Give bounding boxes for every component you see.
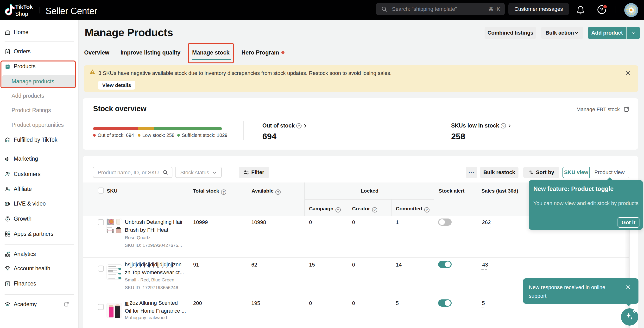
svg-text:$: $: [7, 283, 8, 286]
